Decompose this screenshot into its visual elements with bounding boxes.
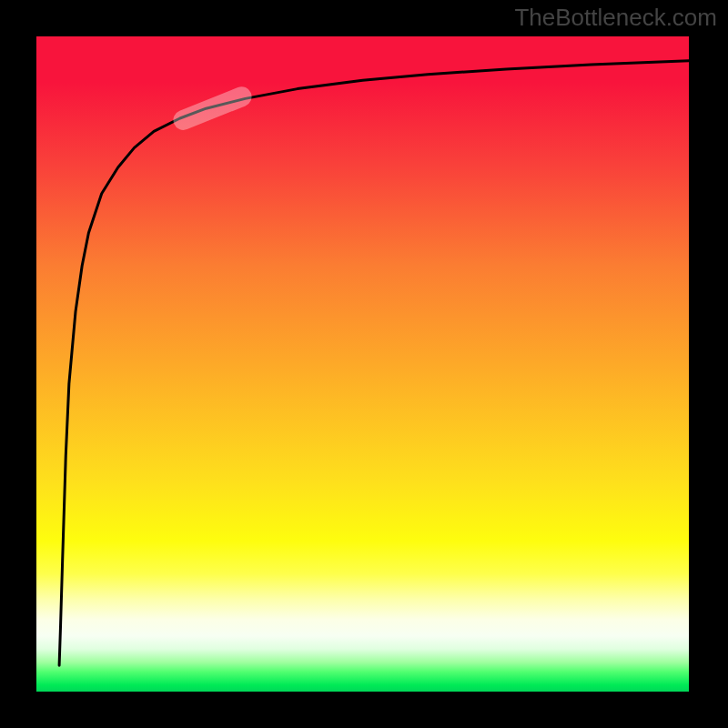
watermark-text: TheBottleneck.com xyxy=(514,4,717,32)
frame-left xyxy=(0,0,36,728)
frame-right xyxy=(689,0,728,728)
chart-container: TheBottleneck.com xyxy=(0,0,728,728)
frame-bottom xyxy=(0,692,728,728)
plot-background-gradient xyxy=(36,36,689,692)
